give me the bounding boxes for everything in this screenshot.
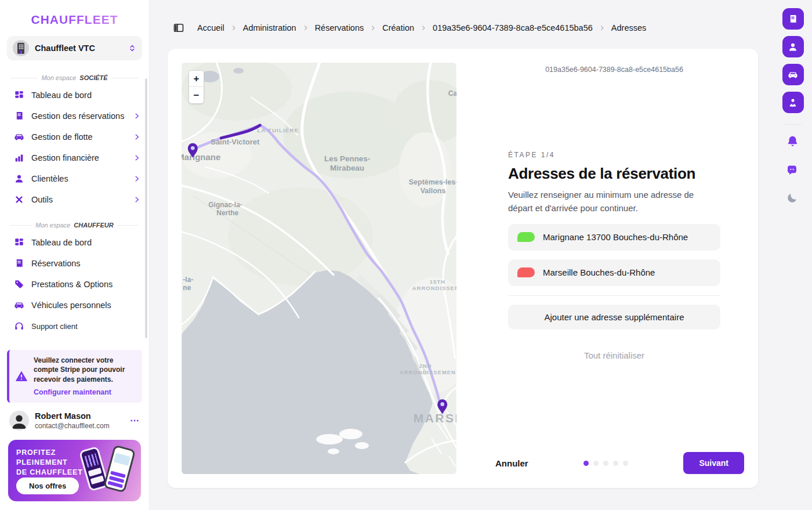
route-map[interactable]: Marignane Saint-Victoret LA TUILIÈRE Les… (182, 63, 456, 474)
svg-text:ne: ne (183, 284, 191, 292)
zoom-out-button[interactable]: − (189, 87, 204, 103)
next-button[interactable]: Suivant (683, 452, 744, 474)
breadcrumb-reservations[interactable]: Réservations (315, 23, 364, 32)
wizard-footer: Annuler Suivant (484, 452, 744, 474)
svg-text:2ND: 2ND (419, 363, 432, 369)
svg-text:ARRONDISSEMENT: ARRONDISSEMENT (412, 285, 456, 291)
moon-icon[interactable] (786, 191, 800, 205)
chevron-right-icon (420, 24, 427, 31)
svg-text:Nerthe: Nerthe (216, 209, 238, 217)
sidebar-item-gestion-flotte[interactable]: Gestion de flotte (0, 126, 149, 147)
bell-icon[interactable] (786, 134, 800, 148)
step-label: ÉTAPE 1/4 (508, 151, 720, 159)
sidebar-item-support-client[interactable]: Support client (0, 316, 149, 337)
svg-text:15TH: 15TH (430, 278, 445, 285)
svg-text:MARSEILLE: MARSEILLE (414, 411, 456, 425)
sidebar-scrollbar[interactable] (145, 78, 147, 338)
ellipsis-icon[interactable] (129, 415, 140, 426)
headset-icon (14, 321, 24, 331)
chevron-right-icon (230, 24, 237, 31)
page-title: Adresses de la réservation (508, 165, 720, 183)
page-subtitle: Veuillez renseigner au minimum une adres… (508, 188, 720, 215)
dashboard-icon (14, 237, 24, 248)
client-shortcut-button[interactable] (782, 36, 804, 57)
svg-text:Saint-Victoret: Saint-Victoret (211, 138, 260, 146)
svg-text:Mirabeau: Mirabeau (330, 164, 364, 172)
workspace-selector[interactable]: Chauffleet VTC (7, 36, 142, 60)
address-row-arrival[interactable]: Marseille Bouches-du-Rhône (508, 259, 720, 286)
car-icon (14, 300, 24, 310)
breadcrumb-reservation-id[interactable]: 019a35e6-9604-7389-8ca8-e5ce4615ba56 (433, 23, 593, 32)
breadcrumb: Accueil Administration Réservations Créa… (173, 22, 646, 34)
zoom-in-button[interactable]: + (189, 71, 204, 87)
svg-text:Cal: Cal (448, 89, 456, 97)
reset-all-link[interactable]: Tout réinitialiser (508, 350, 720, 360)
configure-stripe-link[interactable]: Configurer maintenant (34, 388, 111, 396)
svg-text:ARRONDISSEMENT: ARRONDISSEMENT (400, 369, 456, 375)
reservation-wizard-card: Marignane Saint-Victoret LA TUILIÈRE Les… (168, 49, 758, 488)
progress-dot-5[interactable] (623, 461, 628, 466)
warning-icon (15, 370, 28, 382)
sidebar-toggle-icon[interactable] (173, 22, 184, 34)
sidebar-item-outils[interactable]: Outils (0, 189, 149, 210)
svg-text:Gignac-la-: Gignac-la- (208, 201, 242, 209)
progress-dot-2[interactable] (593, 461, 599, 466)
sidebar-item-clienteles[interactable]: Clientèles (0, 168, 149, 189)
svg-text:Les Pennes-: Les Pennes- (324, 154, 370, 163)
svg-text:Marignane: Marignane (182, 152, 220, 162)
vehicle-icon (788, 70, 798, 80)
departure-color-chip (517, 232, 535, 242)
reservations-shortcut-button[interactable] (782, 8, 804, 30)
clients-icon (14, 173, 24, 184)
sidebar-item-gestion-reservations[interactable]: Gestion des réservations (0, 106, 149, 126)
driver-shortcut-button[interactable] (782, 92, 804, 113)
progress-dot-4[interactable] (613, 461, 618, 466)
dashboard-icon (14, 90, 24, 100)
promo-offers-button[interactable]: Nos offres (16, 478, 79, 494)
avatar (9, 411, 29, 431)
sidebar-item-vehicules-personnels[interactable]: Véhicules personnels (0, 295, 149, 316)
reservations-icon (788, 14, 798, 24)
vehicle-shortcut-button[interactable] (782, 64, 804, 85)
arrival-address-label: Marseille Bouches-du-Rhône (543, 267, 655, 277)
chevron-right-icon (133, 133, 141, 141)
chevron-right-icon (133, 175, 141, 183)
departure-address-label: Marignane 13700 Bouches-du-Rhône (543, 232, 688, 242)
breadcrumb-creation[interactable]: Création (382, 23, 414, 32)
tag-icon (14, 279, 24, 290)
breadcrumb-accueil[interactable]: Accueil (197, 23, 224, 32)
map-canvas[interactable]: Marignane Saint-Victoret LA TUILIÈRE Les… (182, 63, 456, 474)
progress-dot-3[interactable] (603, 461, 608, 466)
tools-icon (14, 194, 24, 205)
sidebar-item-prestations-options[interactable]: Prestations & Options (0, 274, 149, 295)
progress-dot-1[interactable] (583, 461, 589, 466)
promo-banner[interactable]: PROFITEZ PLEINEMENT DE CHAUFFLEET Nos of… (8, 440, 141, 501)
sidebar-item-tableau-de-bord[interactable]: Tableau de bord (0, 85, 149, 106)
svg-text:LA TUILIÈRE: LA TUILIÈRE (257, 127, 299, 133)
user-email: contact@chauffleet.com (35, 422, 110, 430)
rail-divider (784, 124, 802, 125)
user-profile[interactable]: Robert Mason contact@chauffleet.com (0, 404, 149, 437)
add-address-button[interactable]: Ajouter une adresse supplémentaire (508, 305, 720, 330)
sidebar-item-tableau-de-bord-chauffeur[interactable]: Tableau de bord (0, 232, 149, 253)
section-header-societe: Mon espace SOCIÉTÉ (10, 74, 139, 81)
chevron-right-icon (302, 24, 309, 31)
chevron-right-icon (369, 24, 376, 31)
breadcrumb-adresses[interactable]: Adresses (611, 23, 646, 32)
workspace-name: Chauffleet VTC (35, 44, 128, 53)
reservations-icon (14, 111, 24, 121)
chat-icon[interactable] (786, 162, 800, 176)
sidebar-item-gestion-financiere[interactable]: Gestion financière (0, 147, 149, 168)
divider (508, 295, 720, 296)
svg-text:Septèmes-les-: Septèmes-les- (409, 178, 456, 186)
cancel-button[interactable]: Annuler (495, 458, 528, 468)
sidebar-item-reservations[interactable]: Réservations (0, 253, 149, 274)
reservation-id: 019a35e6-9604-7389-8ca8-e5ce4615ba56 (484, 66, 744, 74)
breadcrumb-administration[interactable]: Administration (243, 23, 296, 32)
chevron-right-icon (133, 112, 141, 120)
sidebar: CHAUFFLEET Chauffleet VTC Mon espace SOC… (0, 0, 150, 510)
address-row-departure[interactable]: Marignane 13700 Bouches-du-Rhône (508, 224, 720, 251)
progress-dots (583, 461, 628, 466)
fleet-icon (14, 132, 24, 142)
stripe-warning-text: Veuillez connecter votre compte Stripe p… (34, 356, 136, 385)
